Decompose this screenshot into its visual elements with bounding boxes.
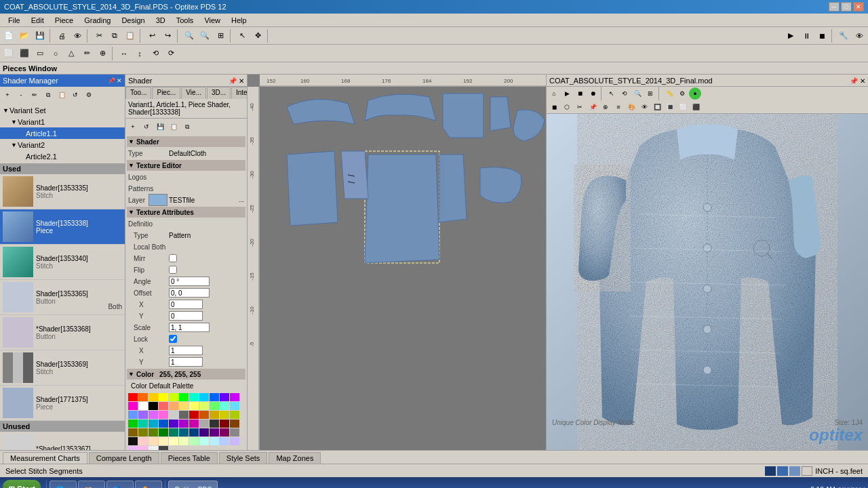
palette-color-00ffcc[interactable] [189, 393, 199, 401]
front-bodice-right[interactable] [439, 155, 467, 222]
scale-x-input[interactable] [169, 346, 203, 355]
palette-color-ff6600[interactable] [138, 393, 148, 401]
sm-del[interactable]: - [15, 89, 27, 101]
taskbar-item-app2[interactable]: 🔶 [135, 481, 162, 488]
minimize-button[interactable]: ─ [829, 2, 840, 12]
tb2-10[interactable]: ⟲ [148, 46, 163, 61]
palette-color-ffffff[interactable] [138, 402, 148, 410]
menu-edit[interactable]: Edit [26, 15, 50, 26]
shader-manager-close[interactable]: ✕ [117, 77, 122, 84]
palette-color-008000[interactable] [159, 428, 168, 436]
tb-cut[interactable]: ✂ [92, 28, 106, 43]
3d-tb-settings[interactable]: ⚙ [676, 87, 688, 100]
flip-checkbox[interactable] [169, 266, 177, 274]
tb-select[interactable]: ↖ [235, 28, 250, 43]
palette-color-ccaa00[interactable] [210, 411, 219, 419]
front-bodice-left[interactable] [287, 151, 338, 226]
palette-color-ff66dd[interactable] [159, 411, 168, 419]
3d-tb2-5[interactable]: ⊕ [599, 101, 612, 113]
palette-color-000000[interactable] [149, 402, 158, 410]
tab-style-sets[interactable]: Style Sets [219, 452, 268, 464]
palette-color-66ff66[interactable] [210, 402, 219, 410]
tb2-11[interactable]: ⟳ [163, 46, 178, 61]
palette-color-cc0000[interactable] [189, 411, 199, 419]
3d-tb-measure[interactable]: 📏 [663, 87, 675, 100]
palette-color-800060[interactable] [220, 428, 229, 436]
3d-panel-close[interactable]: ✕ [860, 77, 865, 85]
tree-variant2[interactable]: ▼ Variant2 [0, 139, 125, 150]
shader-section-header[interactable]: ▼ Shader [127, 136, 245, 147]
3d-tb2-9[interactable]: 🔲 [651, 101, 663, 113]
palette-color-004080[interactable] [189, 428, 199, 436]
sleeve-piece-small[interactable] [490, 97, 511, 131]
palette-color-600080[interactable] [210, 428, 219, 436]
palette-color-006080[interactable] [179, 428, 189, 436]
scale-input[interactable] [169, 323, 210, 332]
tb-print[interactable]: 🖨 [54, 28, 69, 43]
shader-tool-3[interactable]: 💾 [154, 121, 166, 133]
tree-variant-set[interactable]: ▼ Variant Set [0, 104, 125, 116]
3d-panel-pin[interactable]: 📌 [850, 77, 858, 85]
palette-color-cc5500[interactable] [199, 411, 209, 419]
shader-item-1353340[interactable]: Shader[1353340] Stitch [0, 245, 125, 280]
palette-color-808000[interactable] [138, 428, 148, 436]
palette-color-66ffdd[interactable] [220, 402, 229, 410]
palette-color-aaaaaa[interactable] [199, 420, 209, 428]
sm-refresh[interactable]: ↺ [69, 89, 81, 101]
palette-color-b8ffb8[interactable] [189, 437, 199, 445]
shader-tool-2[interactable]: ↺ [140, 121, 153, 133]
palette-color-00ccaa[interactable] [138, 420, 148, 428]
palette-color-cccc00[interactable] [220, 411, 229, 419]
3d-tb2-8[interactable]: 👁 [638, 101, 650, 113]
texture-editor-header[interactable]: ▼ Texture Editor [127, 160, 245, 171]
palette-color-5500cc[interactable] [169, 420, 178, 428]
tb-3d-2[interactable]: ⏸ [799, 28, 814, 43]
3d-tb2-10[interactable]: 🔳 [664, 101, 676, 113]
sm-add[interactable]: + [1, 89, 14, 101]
tab-piece[interactable]: Piec... [152, 87, 180, 99]
palette-color-cccccc[interactable] [169, 411, 178, 419]
tb-open[interactable]: 📂 [17, 28, 32, 43]
palette-color-b8ffee[interactable] [199, 437, 209, 445]
palette-color-806000[interactable] [128, 428, 138, 436]
tree-article1[interactable]: Article1.1 [0, 127, 125, 139]
palette-color-cc00aa[interactable] [189, 420, 199, 428]
3d-tb2-12[interactable]: ⬛ [690, 101, 702, 113]
palette-color-ffff66[interactable] [189, 402, 199, 410]
tb2-5[interactable]: △ [64, 46, 79, 61]
palette-color-ff6666[interactable] [159, 402, 168, 410]
shader-item-1353365[interactable]: Shader[1353365] Button Both [0, 280, 125, 315]
palette-color-0055cc[interactable] [159, 420, 168, 428]
tb-3d-sim[interactable]: 🔧 [836, 28, 851, 43]
tree-article2[interactable]: Article2.1 [0, 150, 125, 162]
3d-tb-green[interactable]: ● [689, 87, 701, 100]
3d-tb-stop[interactable]: ⏹ [574, 87, 586, 100]
3d-tb-select[interactable]: ↖ [606, 87, 618, 100]
3d-tb2-2[interactable]: ⬡ [561, 101, 573, 113]
palette-color-00cc00[interactable] [128, 420, 138, 428]
palette-color-ffffb8[interactable] [169, 437, 178, 445]
palette-color-608000[interactable] [149, 428, 158, 436]
palette-color-800000[interactable] [220, 420, 229, 428]
offset-y-input[interactable] [169, 311, 203, 321]
palette-color-ffdd66[interactable] [179, 402, 189, 410]
palette-color-6699ff[interactable] [128, 411, 138, 419]
palette-color-888888[interactable] [230, 428, 239, 436]
tree-variant1[interactable]: ▼ Variant1 [0, 116, 125, 127]
menu-help[interactable]: Help [226, 15, 252, 26]
menu-tools[interactable]: Tools [171, 15, 199, 26]
palette-color-333333[interactable] [210, 420, 219, 428]
angle-input[interactable] [169, 277, 210, 286]
tb2-9[interactable]: ↕ [132, 46, 147, 61]
3d-tb2-4[interactable]: 📌 [587, 101, 599, 113]
tb-move[interactable]: ✥ [250, 28, 265, 43]
shader-item-1353338[interactable]: Shader[1353338] Piece [0, 209, 125, 245]
palette-color-00ccff[interactable] [199, 393, 209, 401]
sm-paste[interactable]: 📋 [56, 89, 68, 101]
tb-save[interactable]: 💾 [33, 28, 47, 43]
palette-color-008060[interactable] [169, 428, 178, 436]
palette-color-aacc00[interactable] [230, 411, 239, 419]
tb-redo[interactable]: ↪ [160, 28, 175, 43]
menu-view[interactable]: View [199, 15, 226, 26]
tb-fit[interactable]: ⊞ [213, 28, 228, 43]
